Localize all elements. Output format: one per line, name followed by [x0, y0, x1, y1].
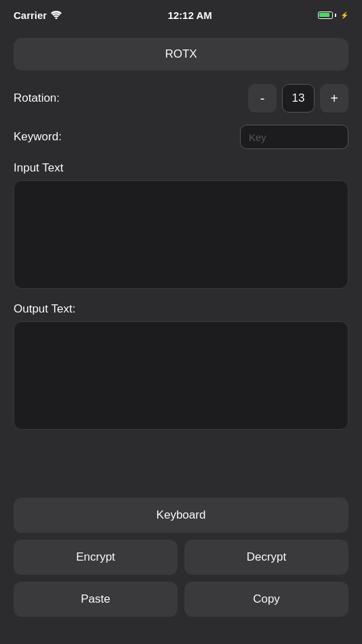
output-text-section: Output Text: [14, 302, 348, 443]
encrypt-decrypt-row: Encrypt Decrypt [14, 540, 348, 575]
rotation-decrement-button[interactable]: - [248, 84, 277, 113]
title-button[interactable]: ROTX [14, 38, 348, 71]
charging-icon: ⚡ [340, 12, 348, 19]
carrier-label: Carrier [14, 9, 47, 21]
rotation-row: Rotation: - 13 + [14, 84, 348, 113]
input-text-section: Input Text [14, 161, 348, 302]
battery-fill [319, 13, 329, 17]
copy-button[interactable]: Copy [184, 582, 348, 617]
rotation-controls: - 13 + [248, 84, 348, 113]
status-bar-right: ⚡ [318, 12, 348, 19]
battery-body [318, 12, 333, 19]
rotation-increment-button[interactable]: + [320, 84, 348, 113]
wifi-icon [51, 9, 62, 21]
keyword-label: Keyword: [14, 130, 240, 144]
battery-tip [335, 14, 336, 17]
status-bar-time: 12:12 AM [167, 9, 212, 21]
output-text-area[interactable] [14, 321, 348, 430]
keyboard-button[interactable]: Keyboard [14, 498, 348, 533]
paste-button[interactable]: Paste [14, 582, 178, 617]
input-text-area[interactable] [14, 180, 348, 289]
bottom-buttons: Keyboard Encrypt Decrypt Paste Copy [14, 498, 348, 624]
decrypt-button[interactable]: Decrypt [184, 540, 348, 575]
svg-point-0 [56, 17, 58, 19]
status-bar-left: Carrier [14, 9, 62, 21]
rotation-label: Rotation: [14, 92, 248, 105]
battery-icon [318, 12, 336, 19]
main-content: ROTX Rotation: - 13 + Keyword: Input Tex… [0, 30, 362, 451]
rotation-value: 13 [282, 84, 315, 113]
status-bar: Carrier 12:12 AM ⚡ [0, 0, 362, 30]
encrypt-button[interactable]: Encrypt [14, 540, 178, 575]
input-text-label: Input Text [14, 161, 348, 175]
keyword-row: Keyword: [14, 125, 348, 149]
keyword-input[interactable] [240, 125, 348, 149]
paste-copy-row: Paste Copy [14, 582, 348, 617]
output-text-label: Output Text: [14, 302, 348, 316]
